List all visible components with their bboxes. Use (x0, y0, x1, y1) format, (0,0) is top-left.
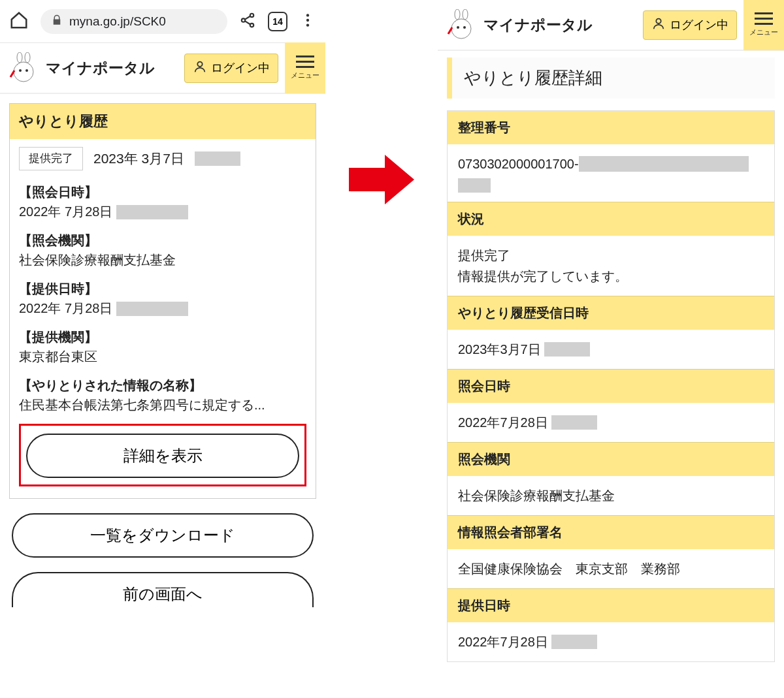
field-value: 東京都台東区 (19, 347, 306, 366)
dept-label: 情報照会者部署名 (448, 515, 774, 549)
svg-point-12 (455, 9, 460, 20)
inquiry-date-field: 【照会日時】 2022年 7月28日 (19, 182, 306, 221)
status-value: 提供完了 情報提供が完了しています。 (448, 236, 774, 296)
inquiry-org-label: 照会機関 (448, 442, 774, 476)
field-value: 2022年 7月28日 (19, 202, 306, 221)
redacted-block (551, 415, 597, 430)
redacted-block (458, 178, 491, 193)
svg-point-14 (451, 19, 471, 39)
field-value: 2022年 7月28日 (19, 298, 306, 318)
field-label: 【照会日時】 (19, 182, 306, 202)
recv-date-text: 2023年3月7日 (458, 339, 541, 360)
left-content: やりとり履歴 提供完了 2023年 3月7日 【照会日時】 2022年 7月28… (0, 94, 325, 616)
right-content: やりとり履歴詳細 整理番号 0730302000001700- 状況 提供完了 … (438, 57, 784, 662)
detail-table: 整理番号 0730302000001700- 状況 提供完了 情報提供が完了して… (447, 110, 775, 662)
tabs-badge[interactable]: 14 (268, 12, 287, 31)
svg-point-4 (306, 18, 309, 21)
card-body: 提供完了 2023年 3月7日 【照会日時】 2022年 7月28日 【照会機関… (10, 139, 316, 498)
svg-point-13 (463, 9, 468, 20)
inquiry-date-label: 照会日時 (448, 369, 774, 403)
recv-date-value: 2023年3月7日 (448, 330, 774, 369)
provide-date-value: 2022年7月28日 (448, 622, 774, 661)
redacted-block (195, 151, 240, 166)
svg-point-10 (25, 69, 28, 72)
provide-date-text: 2022年7月28日 (458, 631, 548, 652)
ref-no-value: 0730302000001700- (448, 144, 774, 202)
rabbit-logo-icon (8, 52, 39, 84)
svg-point-15 (457, 26, 459, 29)
svg-point-17 (656, 18, 661, 23)
ref-no-label: 整理番号 (448, 111, 774, 144)
svg-point-7 (25, 52, 30, 63)
inquiry-date-text: 2022年7月28日 (458, 412, 548, 433)
arrow-column (325, 0, 438, 359)
highlight-box: 詳細を表示 (19, 424, 306, 486)
redacted-block (544, 342, 590, 357)
provide-date-field: 【提供日時】 2022年 7月28日 (19, 279, 306, 318)
app-title: マイナポータル (483, 15, 636, 35)
login-status-text: ログイン中 (211, 60, 270, 76)
lock-icon (51, 14, 63, 29)
app-header: マイナポータル ログイン中 メニュー (0, 43, 325, 94)
redacted-block (116, 302, 188, 316)
rabbit-logo-icon (446, 9, 477, 40)
field-label: 【提供機関】 (19, 327, 306, 347)
recv-date-label: やりとり履歴受信日時 (448, 296, 774, 330)
inquiry-date-value: 2022年 7月28日 (19, 204, 112, 219)
share-icon[interactable] (239, 12, 256, 31)
arrow-right-icon (349, 153, 414, 206)
field-value: 住民基本台帳法第七条第四号に規定する... (19, 395, 306, 415)
left-screen: myna.go.jp/SCK0 14 マイナポータル ログイン中 (0, 0, 325, 616)
field-label: 【やりとりされた情報の名称】 (19, 375, 306, 395)
user-icon (193, 59, 207, 77)
menu-label: メニュー (291, 71, 319, 80)
detail-button[interactable]: 詳細を表示 (26, 434, 299, 478)
login-status-text: ログイン中 (670, 17, 728, 33)
redacted-block (116, 205, 188, 219)
page-title-wrap: やりとり履歴詳細 (447, 57, 775, 99)
provide-date-label: 提供日時 (448, 588, 774, 622)
app-title: マイナポータル (46, 58, 178, 78)
card-title: やりとり履歴 (10, 104, 316, 139)
menu-button[interactable]: メニュー (285, 42, 325, 93)
svg-point-16 (463, 26, 466, 29)
download-button[interactable]: 一覧をダウンロード (12, 513, 314, 558)
menu-label: メニュー (749, 27, 778, 37)
svg-point-6 (17, 52, 22, 63)
field-label: 【提供日時】 (19, 279, 306, 298)
svg-point-5 (306, 24, 309, 26)
url-text: myna.go.jp/SCK0 (69, 14, 166, 29)
svg-point-9 (19, 69, 22, 72)
field-value: 社会保険診療報酬支払基金 (19, 250, 306, 270)
url-bar[interactable]: myna.go.jp/SCK0 (41, 9, 227, 34)
main-date: 2023年 3月7日 (93, 148, 184, 169)
inquiry-org-value: 社会保険診療報酬支払基金 (448, 476, 774, 515)
field-label: 【照会機関】 (19, 230, 306, 250)
status-line2: 情報提供が完了しています。 (458, 266, 764, 287)
status-row: 提供完了 2023年 3月7日 (19, 147, 306, 170)
menu-button[interactable]: メニュー (743, 0, 784, 50)
hamburger-icon (755, 12, 773, 25)
provide-date-value: 2022年 7月28日 (19, 301, 112, 315)
provide-org-field: 【提供機関】 東京都台東区 (19, 327, 306, 366)
svg-point-3 (306, 14, 309, 16)
status-label: 状況 (448, 202, 774, 236)
history-card: やりとり履歴 提供完了 2023年 3月7日 【照会日時】 2022年 7月28… (9, 103, 316, 499)
login-status-badge[interactable]: ログイン中 (643, 10, 737, 40)
user-icon (651, 16, 666, 34)
ref-no-text: 0730302000001700- (458, 153, 579, 174)
svg-point-8 (14, 62, 33, 82)
right-screen: マイナポータル ログイン中 メニュー やりとり履歴詳細 整理番号 0730302… (438, 0, 784, 662)
login-status-badge[interactable]: ログイン中 (184, 54, 278, 83)
status-chip: 提供完了 (19, 147, 83, 170)
dept-value: 全国健康保険協会 東京支部 業務部 (448, 549, 774, 588)
browser-bar: myna.go.jp/SCK0 14 (0, 0, 325, 43)
redacted-block (579, 156, 749, 172)
hamburger-icon (296, 56, 314, 68)
more-icon[interactable] (299, 12, 316, 31)
page-title: やりとり履歴詳細 (464, 67, 766, 89)
home-icon[interactable] (9, 10, 29, 33)
info-name-field: 【やりとりされた情報の名称】 住民基本台帳法第七条第四号に規定する... (19, 375, 306, 415)
back-button[interactable]: 前の画面へ (12, 572, 314, 607)
app-header: マイナポータル ログイン中 メニュー (438, 0, 784, 51)
